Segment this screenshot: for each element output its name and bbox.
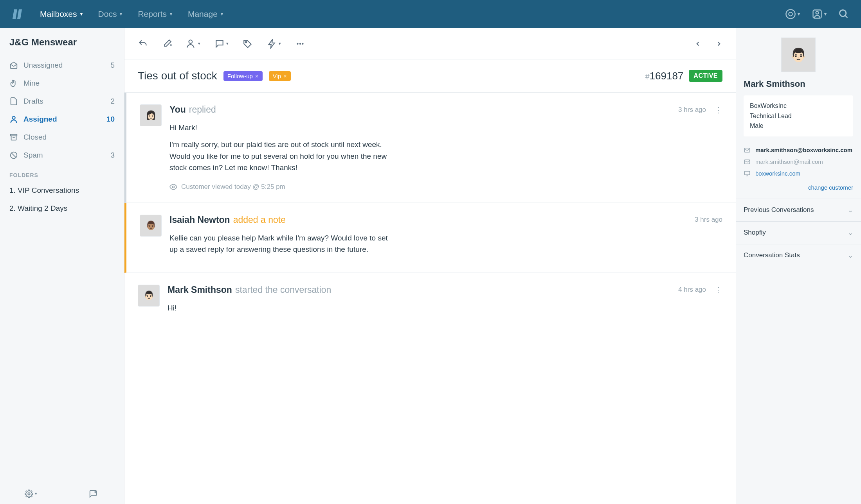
sidebar-item-assigned[interactable]: Assigned 10	[0, 110, 124, 128]
svg-rect-7	[11, 135, 17, 136]
sidebar-list: Unassigned 5 Mine Drafts 2 Assigned 10 C…	[0, 56, 124, 483]
message-reply: 👩🏻 You replied 3 hrs ago ⋮ Hi Mark! I'm …	[124, 93, 736, 203]
message-text: I'm really sorry, but our plaid ties are…	[169, 139, 389, 173]
reply-icon[interactable]	[138, 39, 148, 49]
svg-point-18	[299, 43, 301, 44]
accordion-shopify[interactable]: Shopfiy ⌄	[736, 221, 861, 244]
chevron-down-icon: ▾	[279, 41, 281, 46]
message-start: 👨🏻 Mark Smithson started the conversatio…	[124, 273, 736, 331]
chevron-down-icon: ▾	[798, 11, 800, 17]
nav-items: Mailboxes ▾ Docs ▾ Reports ▾ Manage ▾	[40, 9, 785, 19]
sidebar: J&G Menswear Unassigned 5 Mine Drafts 2 …	[0, 28, 124, 504]
sidebar-label: Assigned	[23, 115, 101, 124]
close-icon[interactable]: ×	[255, 73, 259, 79]
email-text: mark.smithson@boxworksinc.com	[755, 147, 852, 153]
eye-icon	[169, 183, 177, 191]
customer-website[interactable]: boxworksinc.com	[736, 168, 861, 179]
nav-reports[interactable]: Reports ▾	[138, 9, 172, 19]
svg-point-20	[173, 186, 175, 188]
monitor-icon	[744, 170, 751, 177]
sidebar-label: Unassigned	[23, 61, 105, 70]
nav-mailboxes[interactable]: Mailboxes ▾	[40, 9, 83, 19]
sidebar-item-closed[interactable]: Closed	[0, 128, 124, 146]
nav-docs[interactable]: Docs ▾	[98, 9, 122, 19]
chevron-down-icon: ▾	[226, 41, 229, 46]
customer-title: Technical Lead	[750, 111, 847, 121]
sidebar-item-unassigned[interactable]: Unassigned 5	[0, 56, 124, 74]
sidebar-count: 3	[110, 151, 115, 160]
chevron-down-icon: ▾	[170, 11, 172, 17]
chevron-down-icon: ▾	[824, 11, 827, 17]
svg-point-3	[816, 11, 819, 14]
user-icon	[9, 115, 18, 124]
assign-icon[interactable]: ▾	[186, 39, 200, 49]
message-thread: 👩🏻 You replied 3 hrs ago ⋮ Hi Mark! I'm …	[124, 93, 736, 504]
app-logo[interactable]	[12, 8, 24, 20]
message-action: added a note	[233, 215, 286, 225]
status-icon[interactable]: ▾	[214, 39, 229, 49]
customer-email-primary[interactable]: mark.smithson@boxworksinc.com	[736, 144, 861, 156]
chevron-down-icon: ⌄	[848, 229, 853, 237]
mail-icon	[744, 147, 751, 154]
accordion-previous-conversations[interactable]: Previous Conversations ⌄	[736, 199, 861, 221]
chevron-down-icon: ▾	[120, 11, 122, 17]
customer-avatar[interactable]: 👨🏻	[781, 38, 816, 72]
account-icon[interactable]: ▾	[812, 9, 827, 20]
mailbox-title: J&G Menswear	[0, 28, 124, 56]
chevron-down-icon: ▾	[35, 491, 37, 496]
folder-item[interactable]: 2. Waiting 2 Days	[0, 199, 124, 217]
message-viewed-meta: Customer viewed today @ 5:25 pm	[169, 183, 722, 191]
workflow-icon[interactable]: ▾	[267, 39, 281, 49]
envelope-open-icon	[9, 61, 18, 70]
svg-point-16	[245, 41, 247, 43]
accordion-conversation-stats[interactable]: Conversation Stats ⌄	[736, 244, 861, 267]
hash-symbol: #	[645, 72, 649, 81]
sidebar-label: Closed	[23, 133, 109, 142]
top-nav: Mailboxes ▾ Docs ▾ Reports ▾ Manage ▾ ▾ …	[0, 0, 861, 28]
svg-point-15	[189, 40, 193, 43]
sidebar-label: Spam	[23, 151, 105, 160]
hand-icon	[9, 79, 18, 88]
tag-icon[interactable]	[243, 39, 253, 49]
accordion-label: Conversation Stats	[744, 251, 800, 259]
more-icon[interactable]	[295, 39, 305, 49]
message-text: Kellie can you please help Mark while I'…	[169, 232, 396, 255]
message-author: Mark Smithson	[168, 285, 232, 295]
svg-point-4	[840, 10, 846, 16]
avatar[interactable]: 👩🏻	[140, 104, 162, 126]
avatar[interactable]: 👨🏻	[138, 285, 160, 307]
svg-point-19	[302, 43, 303, 44]
folder-item[interactable]: 1. VIP Conversations	[0, 181, 124, 199]
conversation-id: #169187	[645, 70, 683, 82]
close-icon[interactable]: ×	[283, 73, 287, 79]
svg-line-5	[845, 16, 848, 18]
next-conversation-button[interactable]	[715, 40, 722, 47]
help-icon[interactable]: ▾	[785, 9, 800, 20]
nav-manage[interactable]: Manage ▾	[188, 9, 223, 19]
sidebar-item-mine[interactable]: Mine	[0, 74, 124, 92]
conversation-toolbar: ▾ ▾ ▾	[124, 28, 736, 59]
sidebar-item-drafts[interactable]: Drafts 2	[0, 92, 124, 110]
tag-vip[interactable]: Vip ×	[269, 71, 291, 81]
customer-gender: Male	[750, 121, 847, 131]
message-menu-icon[interactable]: ⋮	[715, 105, 722, 115]
tag-followup[interactable]: Follow-up ×	[223, 71, 263, 81]
note-icon[interactable]	[162, 39, 172, 49]
search-icon[interactable]	[838, 9, 849, 20]
accordion-label: Shopfiy	[744, 229, 766, 237]
settings-button[interactable]: ▾	[0, 483, 62, 504]
status-badge[interactable]: ACTIVE	[689, 70, 722, 82]
sidebar-count: 2	[110, 97, 115, 106]
prev-conversation-button[interactable]	[694, 40, 701, 47]
svg-point-17	[297, 43, 298, 44]
message-time: 3 hrs ago	[678, 106, 706, 114]
message-action: replied	[189, 104, 216, 115]
customer-email-secondary[interactable]: mark.smithson@mail.com	[736, 156, 861, 168]
new-conversation-button[interactable]	[62, 483, 124, 504]
sidebar-item-spam[interactable]: Spam 3	[0, 146, 124, 164]
change-customer-link[interactable]: change customer	[736, 179, 861, 199]
avatar[interactable]: 👨🏽	[140, 215, 162, 237]
message-note: 👨🏽 Isaiah Newton added a note 3 hrs ago …	[124, 203, 736, 273]
message-menu-icon[interactable]: ⋮	[715, 285, 722, 294]
svg-rect-23	[744, 171, 750, 175]
